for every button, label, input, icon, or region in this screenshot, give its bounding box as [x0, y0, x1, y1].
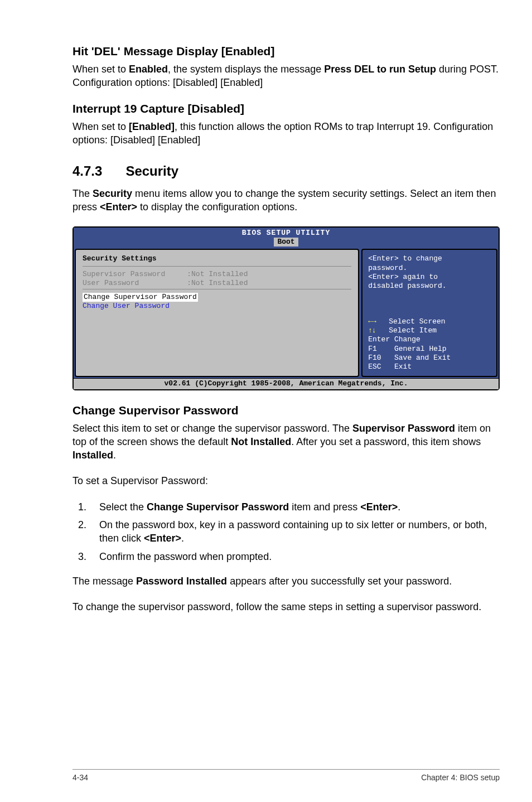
text: , the system displays the message [168, 64, 324, 75]
step-item: On the password box, key in a password c… [89, 518, 500, 545]
bios-legend-row: ↑↓ Select Item [368, 326, 491, 335]
para-to-change-supervisor: To change the supervisor password, follo… [72, 600, 500, 613]
text-bold: [Enabled] [129, 121, 175, 132]
text-bold: Security [93, 188, 132, 199]
text: to display the configuration options. [137, 201, 297, 212]
bios-legend-row: ←→ Select Screen [368, 317, 491, 326]
bios-tab-boot: Boot [274, 238, 298, 247]
bios-help-line: <Enter> again to [368, 273, 491, 282]
bios-help-line: disabled password. [368, 282, 491, 291]
arrow-left-right-icon: ←→ [368, 317, 376, 326]
bios-legend: ←→ Select Screen ↑↓ Select Item Enter Ch… [368, 317, 491, 372]
text-bold: Enabled [129, 64, 168, 75]
text: item and press [289, 501, 360, 513]
page-footer: 4-34 Chapter 4: BIOS setup [72, 769, 500, 782]
text: . After you set a password, this item sh… [291, 436, 481, 447]
bios-row-change-user: Change User Password [83, 302, 351, 311]
bios-help-line: password. [368, 264, 491, 273]
bios-divider [83, 289, 351, 289]
bios-screenshot: BIOS SETUP UTILITY Boot Security Setting… [72, 226, 500, 390]
text-bold: Press DEL to run Setup [324, 64, 436, 75]
steps-list: Select the Change Supervisor Password it… [72, 500, 500, 563]
page-number: 4-34 [72, 773, 88, 782]
text: . [398, 501, 400, 513]
section-title: Security [125, 163, 178, 178]
para-interrupt-19: When set to [Enabled], this function all… [72, 120, 500, 147]
bios-right-panel: <Enter> to change password. <Enter> agai… [361, 249, 497, 377]
text: Select this item to set or change the su… [72, 423, 352, 434]
step-item: Confirm the password when prompted. [89, 550, 500, 563]
text-bold: <Enter> [144, 533, 181, 544]
step-item: Select the Change Supervisor Password it… [89, 500, 500, 514]
bios-left-panel: Security Settings Supervisor Password :N… [75, 249, 359, 377]
bios-footer: v02.61 (C)Copyright 1985-2008, American … [74, 378, 499, 389]
para-change-supervisor-1: Select this item to set or change the su… [72, 422, 500, 462]
bios-legend-row: Enter Change [368, 335, 491, 344]
para-to-set-supervisor: To set a Supervisor Password: [72, 474, 500, 487]
text-bold: Installed [72, 450, 113, 461]
bios-title: BIOS SETUP UTILITY [74, 228, 499, 238]
para-hit-del: When set to Enabled, the system displays… [72, 62, 500, 90]
arrow-up-down-icon: ↑↓ [368, 326, 376, 335]
bios-row-change-supervisor: Change Supervisor Password [83, 293, 351, 302]
bios-legend-row: ESC Exit [368, 363, 491, 371]
text: . [113, 450, 116, 461]
bios-row-user-password: User Password :Not Installed [83, 279, 351, 288]
heading-hit-del: Hit 'DEL' Message Display [Enabled] [72, 45, 500, 58]
text: . [181, 533, 184, 544]
bios-settings-title: Security Settings [83, 254, 351, 263]
section-number: 4.7.3 [72, 163, 102, 179]
text-bold: Supervisor Password [352, 423, 455, 434]
heading-change-supervisor-password: Change Supervisor Password [72, 404, 500, 417]
bios-tab-row: Boot [74, 238, 499, 248]
text-bold: <Enter> [100, 201, 137, 212]
text: When set to [72, 64, 129, 75]
bios-divider [83, 266, 351, 267]
heading-interrupt-19: Interrupt 19 Capture [Disabled] [72, 102, 500, 115]
bios-legend-row: F1 General Help [368, 345, 491, 354]
text: The message [72, 576, 136, 587]
bios-legend-row: F10 Save and Exit [368, 354, 491, 363]
text: appears after you successfully set your … [227, 576, 452, 587]
chapter-label: Chapter 4: BIOS setup [421, 773, 500, 782]
bios-row-supervisor-password: Supervisor Password :Not Installed [83, 270, 351, 279]
bios-selected-item: Change Supervisor Password [83, 293, 198, 302]
bios-legend-label: Select Screen [376, 317, 446, 326]
text: When set to [72, 121, 129, 132]
text: Select the [99, 501, 147, 513]
heading-security: 4.7.3Security [72, 163, 500, 179]
text: The [72, 188, 93, 199]
para-security-intro: The Security menu items allow you to cha… [72, 187, 500, 214]
text-bold: Change Supervisor Password [147, 501, 289, 513]
para-password-installed: The message Password Installed appears a… [72, 574, 500, 588]
bios-legend-label: Select Item [376, 326, 437, 335]
text-bold: <Enter> [360, 501, 398, 513]
text-bold: Password Installed [136, 576, 227, 587]
text-bold: Not Installed [231, 436, 291, 447]
bios-help-line: <Enter> to change [368, 254, 491, 263]
